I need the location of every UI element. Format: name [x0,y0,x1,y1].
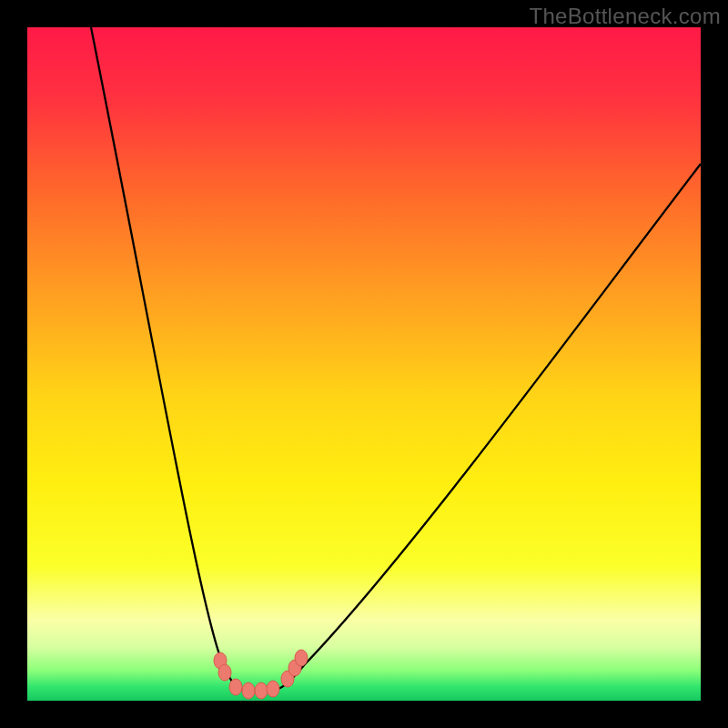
marker-dot [242,682,255,699]
marker-dot [229,679,242,695]
marker-dot [255,682,268,699]
marker-dot [267,681,279,697]
plot-area [27,27,701,701]
chart-frame: TheBottleneck.com [0,0,728,728]
watermark-text: TheBottleneck.com [529,4,721,29]
gradient-background [27,27,701,701]
bottleneck-chart [27,27,701,701]
marker-dot [295,650,308,666]
marker-dot [218,664,231,681]
